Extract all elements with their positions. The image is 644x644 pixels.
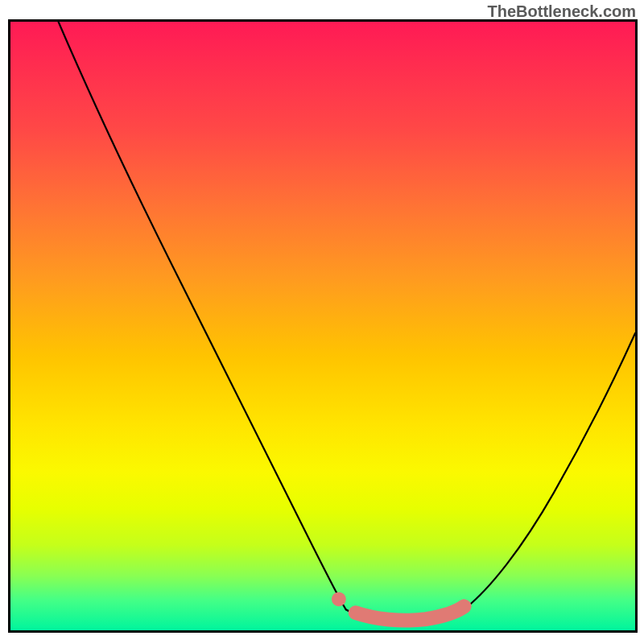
chart-svg (10, 22, 635, 630)
curve-right-branch (466, 333, 635, 608)
curve-left-branch (59, 22, 346, 609)
watermark-text: TheBottleneck.com (488, 2, 636, 21)
marker-dot (332, 592, 346, 606)
bottleneck-chart (8, 19, 638, 633)
optimal-zone-highlight (356, 606, 464, 620)
